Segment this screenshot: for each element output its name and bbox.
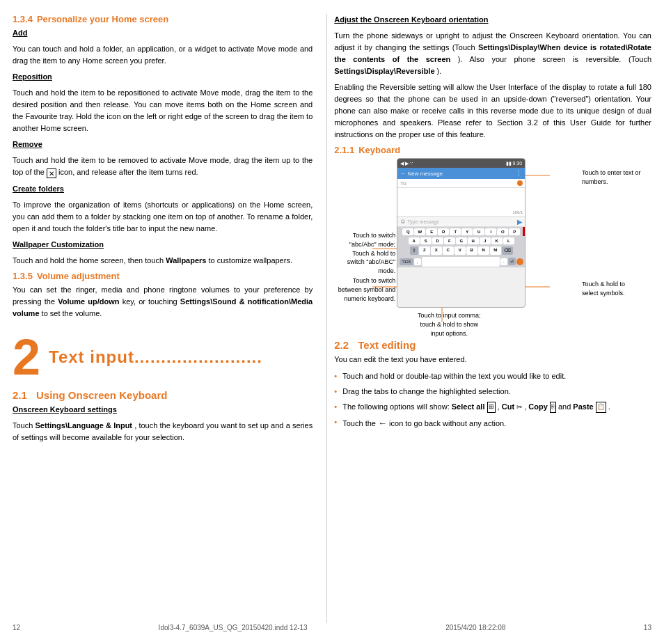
adjust-bold2: Settings\Display\Reversible [334, 67, 434, 75]
key-l: L [503, 237, 514, 244]
text-editing-intro: You can edit the text you have entered. [334, 354, 651, 366]
annotation-bottom: Touch to input comma;touch & hold to sho… [404, 311, 494, 338]
reposition-label: Reposition [13, 71, 313, 83]
bullet-text-1: Touch and hold or double-tap within the … [342, 370, 566, 382]
key-d: D [432, 237, 443, 244]
chapter-2-num: 2 [13, 332, 40, 382]
to-indicator [517, 180, 523, 186]
key-emoji [516, 258, 523, 265]
delete-indicator [523, 227, 525, 236]
bullet-1: • Touch and hold or double-tap within th… [334, 370, 651, 382]
page-num-left: 12 [13, 624, 20, 631]
wallpaper-label: Wallpaper Customization [13, 239, 313, 251]
section-134-title: Personalize your Home screen [37, 14, 168, 24]
key-period: . [500, 258, 507, 265]
section-211-title: Keyboard [358, 145, 400, 155]
add-body: You can touch and hold a folder, an appl… [13, 43, 313, 67]
create-folders-body: To improve the organization of items (sh… [13, 199, 313, 235]
chapter-2-heading: 2 Text input........................ [13, 332, 313, 382]
to-field: To [397, 179, 525, 188]
chapter-2-title: Text input........................ [49, 347, 262, 367]
right-column: Adjust the Onscreen Keyboard orientation… [326, 14, 651, 623]
reposition-body: Touch and hold the item to be reposition… [13, 87, 313, 134]
reposition-underline: Reposition [13, 72, 52, 81]
annotation-top-right: Touch to enter text or numbers. [582, 168, 651, 186]
paste-icon: 📋 [596, 402, 606, 413]
remove-body: Touch and hold the item to be removed to… [13, 155, 313, 178]
key-g: G [456, 237, 467, 244]
bullet-text-4: Touch the ← icon to go back without any … [342, 416, 506, 430]
select-all-icon: ⊞ [487, 402, 496, 413]
key-enter: ⏎ [508, 258, 516, 265]
key-b: B [466, 246, 477, 255]
volume-bold1: Volume up/down [58, 297, 119, 306]
key-c: C [443, 246, 454, 255]
bullet-4: • Touch the ← icon to go back without an… [334, 416, 651, 430]
section-134-num: 1.3.4 [13, 14, 33, 24]
onscreen-body: Touch Settings\Language & Input , touch … [13, 420, 313, 443]
key-123: ?123 [400, 258, 413, 265]
msg-count: 160/1 [512, 210, 523, 214]
cut-icon: ✂ [516, 403, 522, 411]
key-w: W [414, 228, 425, 235]
annotation-left-2: Touch to switchbetween symbol andnumeric… [334, 276, 395, 303]
page-num-right: 13 [644, 624, 651, 631]
section-135-heading: 1.3.5 Volume adjustment [13, 271, 313, 281]
new-message-bar: ← New message ⋮ [397, 168, 525, 179]
key-n: N [478, 246, 489, 255]
more-options-icon: ⋮ [516, 170, 522, 177]
key-q: Q [402, 228, 413, 235]
status-left: ◀ ▶ ∵ [400, 161, 413, 166]
send-icon: ▶ [517, 218, 523, 226]
key-s: S [420, 237, 432, 244]
volume-body: You can set the ringer, media and phone … [13, 284, 313, 320]
remove-label: Remove [13, 139, 313, 150]
wallpaper-underline: Wallpaper Customization [13, 240, 104, 249]
left-column: 1.3.4 Personalize your Home screen Add Y… [13, 14, 326, 623]
key-shift: ⇧ [410, 246, 418, 255]
reversible-body: Enabling the Reversible setting will all… [334, 81, 651, 141]
kb-row-2: A S D F G H J K L [397, 236, 525, 245]
onscreen-settings-link: Onscreen Keyboard settings [13, 404, 313, 416]
section-135-num: 1.3.5 [13, 271, 33, 281]
bullet-dot-1: • [334, 370, 342, 382]
create-folders-underline: Create folders [13, 184, 64, 193]
keyboard-figure: ◀ ▶ ∵ ▮▮ 9:30 ← New message ⋮ To 160/1 [334, 158, 651, 332]
to-placeholder: To [400, 180, 406, 187]
key-k: K [491, 237, 503, 244]
onscreen-bold1: Settings\Language & Input [35, 421, 133, 430]
page-footer: 12 Idol3-4.7_6039A_US_QG_20150420.indd 1… [0, 624, 664, 631]
add-label: Add [13, 27, 313, 39]
key-y: Y [461, 228, 473, 235]
key-t: T [450, 228, 461, 235]
section-22-num: 2.2 [334, 339, 354, 351]
key-z: Z [419, 246, 430, 255]
annotation-left-1: Touch to switch"abc/Abc" mode;Touch & ho… [334, 231, 395, 275]
key-u: U [473, 228, 484, 235]
bullet-text-2: Drag the tabs to change the highlighted … [342, 386, 511, 398]
key-v: V [454, 246, 466, 255]
key-backspace: ⌫ [502, 246, 513, 255]
bullet-dot-2: • [334, 386, 342, 398]
remove-underline: Remove [13, 140, 42, 148]
smiley-icon: ☺ [400, 218, 406, 225]
section-134-heading: 1.3.4 Personalize your Home screen [13, 14, 313, 24]
bullet-dot-3: • [334, 401, 342, 413]
kb-row-1: Q W E R T Y U I O P [397, 227, 525, 236]
new-message-text: ← New message [400, 171, 443, 177]
create-folders-label: Create folders [13, 183, 313, 195]
key-r: R [438, 228, 449, 235]
phone-keyboard-image: ◀ ▶ ∵ ▮▮ 9:30 ← New message ⋮ To 160/1 [397, 158, 525, 308]
onscreen-settings-underline: Onscreen Keyboard settings [13, 405, 117, 414]
key-m: M [490, 246, 501, 255]
key-f: F [444, 237, 455, 244]
date-info: 2015/4/20 18:22:08 [445, 624, 505, 631]
bullet-2: • Drag the tabs to change the highlighte… [334, 386, 651, 398]
bullet-3: • The following options will show: Selec… [334, 401, 651, 413]
type-placeholder: Type message [407, 219, 439, 224]
kb-row-3: ⇧ Z X C V B N M ⌫ [397, 245, 525, 256]
annotation-right-2: Touch & hold toselect symbols. [582, 280, 651, 297]
kb-row-4: ?123 , . ⏎ [397, 256, 525, 267]
section-21-num: 2.1 [13, 389, 32, 401]
section-22-heading: 2.2 Text editing [334, 339, 651, 351]
